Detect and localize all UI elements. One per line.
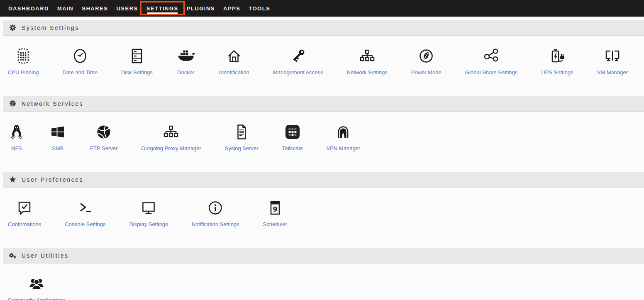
panel-label: Confirmations [8,221,41,228]
nav-item-label: SETTINGS [146,5,178,12]
monitor-icon [140,199,157,216]
leaf-circle-icon [418,47,434,64]
section-content-network-services: NFSSMBFTP ServerOutgoing Proxy ManagerSy… [0,112,644,172]
terminal-icon [77,199,93,216]
vpn-tunnel-icon [335,123,351,140]
panel-nfs[interactable]: NFS [8,123,25,152]
nav-item-label: PLUGINS [187,5,215,12]
nav-item-plugins[interactable]: PLUGINS [183,0,219,17]
nav-item-label: USERS [116,5,138,12]
panel-label: Network Settings [347,69,388,76]
section-title: System Settings [22,24,79,31]
log-file-icon [233,123,250,140]
panel-label: FTP Server [90,145,117,152]
nav-item-main[interactable]: MAIN [53,0,78,17]
panel-label: Global Share Settings [465,69,517,76]
panel-ups-settings[interactable]: UPS Settings [541,47,573,76]
nav-item-settings[interactable]: SETTINGS [142,0,183,17]
section-title: User Preferences [22,176,83,183]
panel-notification-settings[interactable]: Notification Settings [192,199,239,228]
panel-label: SMB [52,145,63,152]
panel-community-applications[interactable]: Community Applications [8,275,66,300]
panel-label: CPU Pinning [8,69,39,76]
section-content-user-preferences: ConfirmationsConsole SettingsDisplay Set… [0,188,644,248]
panel-outgoing-proxy-manager[interactable]: Outgoing Proxy Manager [141,123,201,152]
panel-date-and-time[interactable]: Date and Time [62,47,98,76]
nav-item-users[interactable]: USERS [112,0,142,17]
nav-item-shares[interactable]: SHARES [78,0,112,17]
panel-label: Console Settings [65,221,105,228]
panel-scheduler[interactable]: 9Scheduler [263,199,288,228]
panel-tailscale[interactable]: Tailscale [282,123,303,152]
cogs-icon [9,252,16,259]
panel-identification[interactable]: Identification [219,47,249,76]
panel-confirmations[interactable]: Confirmations [8,199,41,228]
section-header-user-utilities: User Utilities [3,248,644,263]
section-title: User Utilities [22,252,69,259]
panel-smb[interactable]: SMB [49,123,66,152]
section-header-user-preferences: User Preferences [3,172,644,188]
sitemap-icon [163,123,179,140]
linux-penguin-icon [8,123,25,140]
panel-vpn-manager[interactable]: VPN Manager [327,123,361,152]
section-header-system-settings: System Settings [3,20,644,36]
panel-label: Scheduler [263,221,288,228]
nav-item-label: SHARES [82,5,108,12]
panel-ftp-server[interactable]: FTP Server [90,123,117,152]
users-group-icon [27,275,46,292]
cpu-pinning-icon [15,47,32,64]
panel-docker[interactable]: Docker [176,47,195,76]
gear-icon [9,24,16,32]
star-icon [9,176,16,183]
settings-page: System SettingsCPU PinningDate and TimeD… [0,17,644,300]
panel-label: Date and Time [62,69,98,76]
section-header-network-services: Network Services [3,96,644,112]
tailscale-logo-icon [284,123,301,140]
panel-global-share-settings[interactable]: Global Share Settings [465,47,517,76]
virtual-machine-icon [603,47,622,64]
nav-item-label: DASHBOARD [8,5,49,12]
panel-label: Management Access [273,69,323,76]
comment-check-icon [16,199,33,216]
panel-power-mode[interactable]: Power Mode [411,47,442,76]
panel-label: Disk Settings [121,69,153,76]
panel-management-access[interactable]: Management Access [273,47,323,76]
nav-item-apps[interactable]: APPS [219,0,244,17]
svg-text:9: 9 [273,205,277,213]
server-stack-icon [129,47,145,64]
panel-disk-settings[interactable]: Disk Settings [121,47,153,76]
nav-item-label: MAIN [57,5,73,12]
section-title: Network Services [22,100,83,107]
panel-label: Docker [177,69,194,76]
nav-item-label: APPS [223,5,240,12]
globe-icon [9,100,16,107]
nav-item-tools[interactable]: TOOLS [244,0,274,17]
section-content-system-settings: CPU PinningDate and TimeDisk SettingsDoc… [0,36,644,96]
docker-whale-icon [176,47,195,64]
sitemap-icon [359,47,376,64]
panel-syslog-server[interactable]: Syslog Server [225,123,259,152]
active-tab-underline [147,12,178,14]
calendar-icon: 9 [267,199,283,216]
clock-icon [72,47,88,64]
panel-vm-manager[interactable]: VM Manager [597,47,628,76]
panel-label: Tailscale [282,145,303,152]
panel-label: VPN Manager [327,145,361,152]
windows-logo-icon [49,123,66,140]
panel-label: Outgoing Proxy Manager [141,145,201,152]
section-content-user-utilities: Community Applications [0,263,644,300]
panel-console-settings[interactable]: Console Settings [65,199,105,228]
home-icon [226,47,242,64]
panel-label: Display Settings [129,221,168,228]
nav-item-dashboard[interactable]: DASHBOARD [4,0,53,17]
key-icon [290,47,306,64]
info-circle-icon [207,199,224,216]
panel-label: Power Mode [411,69,442,76]
globe-sphere-icon [95,123,112,140]
panel-label: NFS [11,145,22,152]
panel-display-settings[interactable]: Display Settings [129,199,168,228]
nav-item-label: TOOLS [249,5,270,12]
panel-cpu-pinning[interactable]: CPU Pinning [8,47,39,76]
panel-network-settings[interactable]: Network Settings [347,47,388,76]
panel-label: Notification Settings [192,221,239,228]
